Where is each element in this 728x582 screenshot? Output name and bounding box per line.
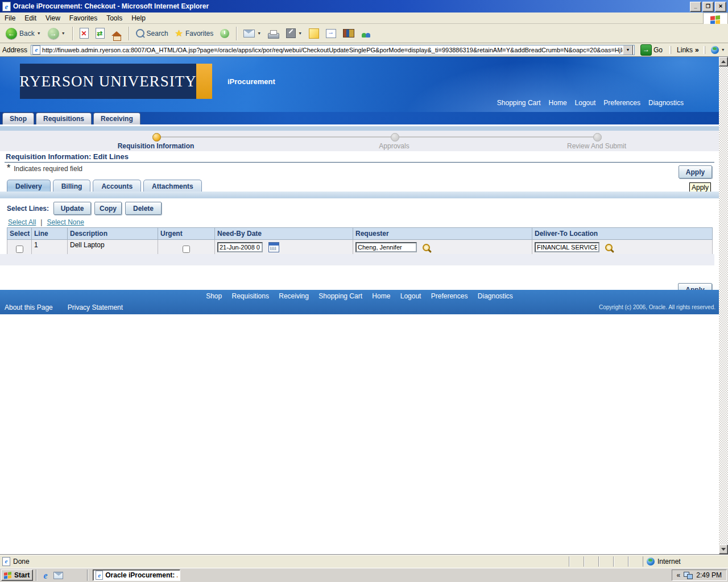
close-button[interactable]: ✕ (715, 2, 726, 12)
back-dropdown-icon[interactable]: ▼ (37, 31, 41, 35)
refresh-icon: ⇄ (96, 28, 105, 39)
task-title: Oracle iProcurement: ... (105, 571, 177, 579)
address-url[interactable]: http://finuweb.admin.ryerson.ca:8007/OA_… (42, 47, 623, 53)
discuss-button[interactable] (307, 27, 321, 40)
research-button[interactable] (341, 28, 357, 39)
urgent-checkbox[interactable] (183, 246, 190, 253)
address-label: Address (2, 46, 27, 54)
edit-dropdown-icon[interactable]: ▼ (298, 31, 302, 35)
main-tab-bar: Shop Requisitions Receiving (0, 112, 719, 124)
scroll-up-button[interactable] (719, 57, 728, 66)
search-icon (136, 29, 144, 38)
global-nav-logout[interactable]: Logout (575, 99, 596, 107)
links-menu[interactable]: Links » (671, 46, 699, 54)
footer-nav-requisitions[interactable]: Requisitions (232, 292, 269, 300)
restore-button[interactable]: ❐ (702, 2, 714, 12)
footer-nav-preferences[interactable]: Preferences (431, 292, 468, 300)
calendar-icon[interactable] (268, 242, 279, 252)
scroll-down-button[interactable] (719, 544, 728, 554)
forward-icon: → (48, 28, 59, 39)
search-button[interactable]: Search (134, 28, 171, 39)
select-all-link[interactable]: Select All (8, 218, 36, 226)
window-titlebar[interactable]: e Oracle iProcurement: Checkout - Micros… (0, 0, 728, 13)
edit-button[interactable]: ▼ (284, 27, 304, 39)
tab-shop[interactable]: Shop (2, 113, 34, 124)
system-tray: « 2:49 PM (672, 569, 727, 581)
global-nav-preferences[interactable]: Preferences (603, 99, 640, 107)
tab-receiving[interactable]: Receiving (93, 113, 140, 124)
address-dropdown-icon[interactable]: ▼ (623, 45, 633, 55)
quicklaunch-mail-icon[interactable] (53, 570, 63, 580)
forward-button[interactable]: → ▼ (46, 27, 68, 40)
mail-button[interactable]: ▼ (241, 28, 263, 39)
translate-button[interactable] (324, 28, 338, 39)
footer-nav-home[interactable]: Home (372, 292, 390, 300)
update-button[interactable]: Update (53, 202, 91, 215)
start-button[interactable]: Start (1, 569, 33, 581)
mail-icon (243, 30, 255, 38)
global-nav-home[interactable]: Home (549, 99, 567, 107)
forward-dropdown-icon[interactable]: ▼ (61, 31, 65, 35)
privacy-statement-link[interactable]: Privacy Statement (68, 304, 123, 311)
extension-dropdown-icon[interactable]: ▼ (721, 48, 725, 52)
quicklaunch-ie-icon[interactable]: e (40, 570, 51, 580)
edit-icon (286, 28, 296, 38)
select-line-checkbox[interactable] (16, 246, 23, 253)
back-button[interactable]: ← Back ▼ (3, 27, 43, 40)
footer-nav-receiving[interactable]: Receiving (279, 292, 309, 300)
copyright-text: Copyright (c) 2006, Oracle. All rights r… (599, 304, 715, 310)
section-separator-band (0, 254, 714, 265)
menu-favorites[interactable]: Favorites (65, 13, 102, 23)
about-this-page-link[interactable]: About this Page (5, 304, 53, 311)
go-button[interactable]: → Go (638, 44, 665, 56)
mail-dropdown-icon[interactable]: ▼ (257, 31, 261, 35)
subtab-billing[interactable]: Billing (53, 180, 91, 192)
col-select: Select (7, 228, 32, 240)
menu-view[interactable]: View (41, 13, 65, 23)
network-tray-icon[interactable] (684, 572, 693, 579)
footer-nav-logout[interactable]: Logout (400, 292, 421, 300)
footer-nav-diagnostics[interactable]: Diagnostics (478, 292, 513, 300)
apply-button-top[interactable]: Apply (679, 165, 712, 178)
footer-nav-shop[interactable]: Shop (206, 292, 222, 300)
required-note-text: Indicates required field (14, 165, 82, 173)
select-none-link[interactable]: Select None (47, 218, 84, 226)
messenger-button[interactable] (359, 28, 374, 39)
taskbar-window-button[interactable]: e Oracle iProcurement: ... (93, 569, 180, 581)
print-button[interactable] (266, 27, 282, 40)
menu-file[interactable]: File (0, 13, 20, 23)
requester-lov-icon[interactable] (423, 244, 430, 251)
menu-help[interactable]: Help (127, 13, 150, 23)
menu-edit[interactable]: Edit (20, 13, 41, 23)
menu-tools[interactable]: Tools (102, 13, 127, 23)
global-nav-shopping-cart[interactable]: Shopping Cart (497, 99, 541, 107)
deliver-to-lov-icon[interactable] (605, 244, 613, 251)
global-nav-diagnostics[interactable]: Diagnostics (648, 99, 684, 107)
history-button[interactable] (218, 28, 231, 39)
tray-chevron-icon[interactable]: « (677, 571, 681, 579)
back-label: Back (19, 30, 35, 38)
address-input[interactable]: e http://finuweb.admin.ryerson.ca:8007/O… (31, 45, 635, 55)
heading-rule (5, 162, 714, 163)
vertical-scrollbar[interactable] (719, 57, 728, 554)
oracle-banner: RYERSON UNIVERSITY iProcurement Shopping… (0, 57, 719, 112)
subtab-attachments[interactable]: Attachments (143, 180, 202, 192)
delete-button[interactable]: Delete (125, 202, 162, 215)
deliver-to-location-input[interactable] (535, 242, 599, 252)
footer-nav-shopping-cart[interactable]: Shopping Cart (318, 292, 362, 300)
browser-extension-button[interactable]: ▼ (705, 46, 725, 54)
minimize-button[interactable]: _ (690, 2, 701, 12)
home-button[interactable] (109, 30, 124, 37)
status-pane (598, 556, 613, 567)
subtab-delivery[interactable]: Delivery (7, 180, 51, 192)
tab-requisitions[interactable]: Requisitions (36, 113, 92, 124)
stop-button[interactable]: ✕ (77, 27, 91, 40)
train-step-requisition-information: Requisition Information (118, 142, 195, 150)
subtab-accounts[interactable]: Accounts (93, 180, 141, 192)
need-by-date-input[interactable] (217, 242, 263, 252)
train-step-active-icon (152, 133, 161, 142)
requester-input[interactable] (355, 242, 417, 252)
copy-button[interactable]: Copy (94, 202, 122, 215)
favorites-button[interactable]: ★ Favorites (173, 28, 216, 39)
refresh-button[interactable]: ⇄ (93, 27, 107, 40)
